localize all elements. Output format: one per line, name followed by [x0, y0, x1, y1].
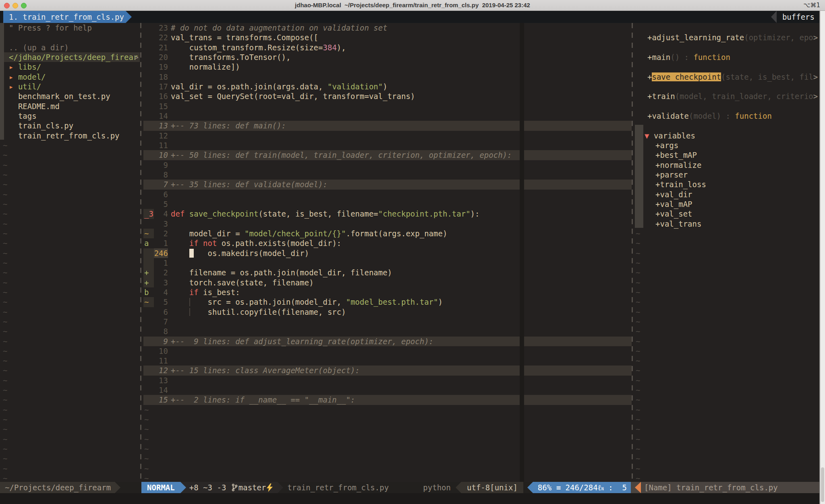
- tree-item[interactable]: " Press ? for help: [0, 23, 140, 33]
- folded-line[interactable]: 15+-- 2 lines: if __name__ == "__main__"…: [143, 395, 632, 405]
- empty-line: [634, 121, 820, 130]
- code-line[interactable]: b4 if is_best:: [143, 287, 632, 297]
- tree-item[interactable]: </jdhao/Projects/deep_firear>: [0, 52, 140, 62]
- tree-item[interactable]: README.md: [0, 101, 140, 111]
- code-pane[interactable]: 23# do not do data augmentation on valid…: [143, 23, 632, 482]
- code-line[interactable]: a1 if not os.path.exists(model_dir):: [143, 238, 632, 248]
- line-number-icon: ℓN: [598, 483, 604, 492]
- empty-line: ~: [0, 258, 140, 268]
- code-line[interactable]: 11: [143, 140, 632, 150]
- tag-entry[interactable]: +val_trans: [634, 219, 820, 229]
- code-line[interactable]: 14: [143, 111, 632, 121]
- code-line[interactable]: 7: [143, 317, 632, 326]
- empty-line: ~: [143, 464, 632, 473]
- tree-item[interactable]: train_retr_from_cls.py: [0, 131, 140, 140]
- tag-entry[interactable]: +val_set: [634, 209, 820, 219]
- tree-item[interactable]: ▸ util/: [0, 82, 140, 91]
- code-line[interactable]: 9: [143, 160, 632, 170]
- code-line[interactable]: 10: [143, 346, 632, 356]
- code-line[interactable]: 22val_trans = transforms.Compose([: [143, 33, 632, 42]
- tag-entry[interactable]: +val_mAP: [634, 199, 820, 209]
- tree-item[interactable]: tags: [0, 111, 140, 121]
- tag-entry[interactable]: ▼ variables: [634, 131, 820, 140]
- empty-line: [634, 101, 820, 111]
- tag-entry[interactable]: +normalize: [634, 160, 820, 170]
- tag-entry[interactable]: +train(model, train_loader, criterio>: [634, 91, 820, 101]
- code-line[interactable]: 19 normalize]): [143, 62, 632, 72]
- code-line[interactable]: 21 custom_transform.Resize(size=384),: [143, 43, 632, 52]
- folded-line[interactable]: 13+-- 73 lines: def main():: [143, 121, 632, 130]
- code-line[interactable]: 12: [143, 131, 632, 140]
- folded-line[interactable]: 9+-- 9 lines: def adjust_learning_rate(o…: [143, 337, 632, 346]
- buffers-arrow-icon: [771, 11, 777, 23]
- code-line[interactable]: 3: [143, 219, 632, 229]
- tag-entry[interactable]: +adjust_learning_rate(optimizer, epo>: [634, 33, 820, 42]
- empty-line: ~: [143, 473, 632, 482]
- tag-entry[interactable]: +train_loss: [634, 180, 820, 189]
- statusline-filename: train_retr_from_cls.pypython: [283, 482, 456, 493]
- nerdtree-scrollbar[interactable]: [0, 23, 4, 140]
- code-line[interactable]: +3 torch.save(state, filename): [143, 278, 632, 287]
- macos-scrollbar-thumb[interactable]: [821, 467, 824, 502]
- window-separator-left[interactable]: [140, 23, 141, 482]
- empty-line: ~: [0, 385, 140, 395]
- empty-line: ~: [634, 454, 820, 463]
- cursor-line[interactable]: 246 os.makedirs(model_dir): [143, 248, 632, 258]
- code-line[interactable]: 5: [143, 199, 632, 209]
- tree-item[interactable]: .. (up a dir): [0, 43, 140, 52]
- tag-entry[interactable]: +args: [634, 140, 820, 150]
- position-indicator: 86% ≡ 246/284ℓN : 5: [533, 482, 631, 493]
- code-line[interactable]: 23# do not do data augmentation on valid…: [143, 23, 632, 33]
- code-line[interactable]: 6: [143, 190, 632, 199]
- fold-open-icon[interactable]: ▼: [645, 131, 654, 140]
- tag-entry[interactable]: +best_mAP: [634, 150, 820, 160]
- code-line[interactable]: 6 shutil.copyfile(filename, src): [143, 307, 632, 317]
- tag-entry[interactable]: +val_dir: [634, 190, 820, 199]
- tree-item[interactable]: benchmark_on_test.py: [0, 91, 140, 101]
- code-line[interactable]: 17val_dir = os.path.join(args.data, "val…: [143, 82, 632, 91]
- code-line[interactable]: 20 transforms.ToTensor(),: [143, 52, 632, 62]
- tree-item[interactable]: train_cls.py: [0, 121, 140, 130]
- tree-item[interactable]: ▸ model/: [0, 72, 140, 82]
- tree-item[interactable]: ▸ libs/: [0, 62, 140, 72]
- empty-line: ~: [634, 424, 820, 434]
- git-status: +8 ~3 -3 master: [186, 482, 278, 493]
- code-line[interactable]: 11: [143, 356, 632, 366]
- empty-line: ~: [0, 150, 140, 160]
- code-line[interactable]: ~2 model_dir = "model/check_point/{}".fo…: [143, 229, 632, 238]
- code-line[interactable]: 1: [143, 258, 632, 268]
- code-line[interactable]: 14: [143, 385, 632, 395]
- command-line[interactable]: [0, 493, 825, 504]
- colorcolumn: [520, 23, 524, 482]
- code-line[interactable]: 16val_set = QuerySet(root=val_dir, trans…: [143, 91, 632, 101]
- tag-entry[interactable]: +main() : function: [634, 52, 820, 62]
- empty-line: ~: [143, 424, 632, 434]
- powerline-arrow-icon: [527, 482, 533, 493]
- code-line[interactable]: _34def save_checkpoint(state, is_best, f…: [143, 209, 632, 219]
- terminal-window: jdhao-MBP.local ~/Projects/deep_firearm/…: [0, 0, 825, 504]
- code-line[interactable]: 18: [143, 72, 632, 82]
- folded-line[interactable]: 12+-- 15 lines: class AverageMeter(objec…: [143, 366, 632, 375]
- tag-entry[interactable]: +parser: [634, 170, 820, 180]
- window-separator-right[interactable]: [632, 23, 633, 482]
- code-line[interactable]: 15: [143, 101, 632, 111]
- code-line[interactable]: 8: [143, 326, 632, 336]
- code-line[interactable]: +2 filename = os.path.join(model_dir, fi…: [143, 268, 632, 277]
- tag-entry[interactable]: +validate(model) : function: [634, 111, 820, 121]
- tab-train-retr-from-cls[interactable]: 1. train_retr_from_cls.py: [3, 11, 132, 23]
- tagbar-scrollbar[interactable]: [635, 125, 643, 228]
- code-line[interactable]: 8: [143, 170, 632, 180]
- code-line[interactable]: 13: [143, 376, 632, 385]
- empty-line: ~: [634, 405, 820, 415]
- folded-line[interactable]: 10+-- 50 lines: def train(model, train_l…: [143, 150, 632, 160]
- empty-line: ~: [0, 229, 140, 238]
- macos-scrollbar-track[interactable]: [819, 11, 825, 504]
- empty-line: ~: [634, 258, 820, 268]
- code-line[interactable]: ~5 src = os.path.join(model_dir, "model_…: [143, 297, 632, 307]
- empty-line: ~: [0, 424, 140, 434]
- search-highlight: save_checkpoint: [652, 72, 721, 81]
- empty-line: ~: [634, 287, 820, 297]
- tag-entry[interactable]: +save_checkpoint(state, is_best, fil>: [634, 72, 820, 82]
- folded-line[interactable]: 7+-- 35 lines: def validate(model):: [143, 180, 632, 189]
- empty-line: ~: [0, 268, 140, 277]
